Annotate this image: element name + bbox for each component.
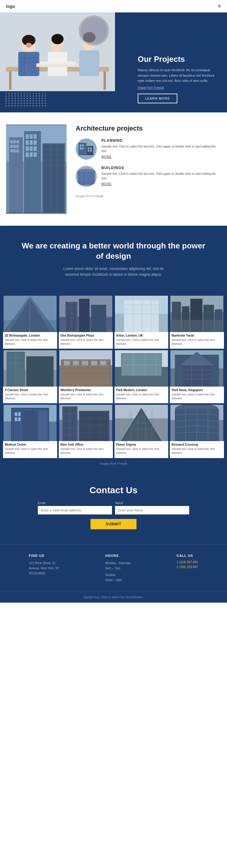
bottom-bar: Sample text. Click to select the Text El… [0,592,227,602]
svg-rect-35 [13,149,16,152]
project-name-4: 4 Cannon Street [5,389,55,392]
project-image-7 [170,350,224,386]
project-item-2: Arbor, London, UK Sample text. Click to … [115,296,169,349]
menu-button[interactable]: ≡ [218,3,221,9]
svg-rect-68 [88,148,89,149]
find-us-title: FIND US [29,554,60,557]
svg-rect-3 [9,71,11,90]
project-label-5: Westferry Printworks Sample text. Click … [59,386,113,403]
planning-more[interactable]: MORE [101,155,221,158]
hours-column: HOURS Monday - Saturday 9am – 7pm Sunday… [105,554,131,583]
name-field-wrapper: Name [115,501,189,515]
project-image-11 [170,405,224,441]
svg-rect-134 [73,361,79,365]
submit-button[interactable]: SUBMIT [91,519,136,529]
svg-rect-65 [82,148,84,149]
hero-content: Our Projects Massa ultrices mi quis hend… [130,47,227,113]
find-us-column: FIND US 121 Rock Street, 21 Avenue, New … [29,554,60,583]
svg-rect-136 [91,361,97,365]
project-item-4: 4 Cannon Street Sample text. Click to se… [3,350,57,403]
architecture-title: Architecture projects [76,125,221,132]
project-image-8 [3,405,57,441]
planning-title: PLANNING [101,138,221,143]
svg-rect-70 [88,150,89,152]
svg-rect-167 [18,412,21,416]
hours-sunday: Sunday [105,572,131,578]
phone-1[interactable]: 1 (234) 567-891 [176,560,198,564]
project-desc-4: Sample text. Click to select the Text El… [5,393,55,400]
svg-rect-43 [30,140,33,145]
project-label-9: New York Office Sample text. Click to se… [59,441,113,458]
email-input[interactable] [38,506,112,515]
buildings-item: BUILDINGS Sample text. Click to select t… [76,166,221,187]
project-image-4 [3,350,57,386]
project-desc-7: Sample text. Click to select the Text El… [172,393,222,400]
svg-rect-62 [80,145,82,146]
buildings-title: BUILDINGS [101,166,221,170]
svg-rect-63 [82,145,84,146]
project-desc-0: Sample text. Click to select the Text El… [5,338,55,346]
project-item-8: Medical Center Sample text. Click to sel… [3,405,57,458]
project-name-7: Park Nova, Singapore [172,389,222,392]
project-image-0 [3,296,57,332]
image-credit[interactable]: Image from Freepik [138,86,220,89]
contact-form: Email Name SUBMIT [38,501,189,529]
learn-more-button[interactable]: LEARN MORE [138,94,177,103]
project-image-2 [115,296,169,332]
project-name-6: Park Modern, London [116,389,167,392]
project-desc-2: Sample text. Click to select the Text El… [116,338,167,346]
hours-sunday-hours: 10am – 6pm [105,578,131,583]
project-item-11: Broward Crossing Sample text. Click to s… [170,405,224,458]
svg-rect-165 [38,411,47,440]
name-input[interactable] [115,506,189,515]
buildings-more[interactable]: MORE [101,182,221,186]
hero-section: // dots rendered below via JS Our Projec… [0,12,227,113]
svg-rect-120 [26,356,54,386]
phone-2[interactable]: 2 (345) 333-897 [176,565,198,569]
svg-rect-49 [30,152,33,157]
svg-rect-32 [13,145,16,148]
svg-rect-153 [183,365,211,386]
svg-rect-93 [79,299,90,332]
svg-rect-7 [19,53,39,76]
projects-row-1: 22 Bishopsgate, London Sample text. Clic… [3,296,224,349]
hero-title: Our Projects [138,55,220,64]
footer: FIND US 121 Rock Street, 21 Avenue, New … [0,545,227,592]
call-us-column: CALL US 1 (234) 567-891 2 (345) 333-897 [176,554,198,583]
planning-image [76,138,97,160]
project-name-8: Medical Center [5,443,55,446]
hours-title: HOURS [105,554,131,557]
project-label-7: Park Nova, Singapore Sample text. Click … [170,386,224,403]
planning-text: PLANNING Sample text. Click to select th… [101,138,221,160]
project-name-0: 22 Bishopsgate, London [5,334,55,337]
design-description: Lorem ipsum dolor sit amet, consectetur … [59,266,168,278]
architecture-section: Architecture projects [0,113,227,226]
svg-rect-18 [79,50,99,76]
project-image-6 [115,350,169,386]
project-item-3: Bankside Yards Sample text. Click to sel… [170,296,224,349]
project-item-1: One Bishopsgate Plaza Sample text. Click… [59,296,113,349]
project-name-1: One Bishopsgate Plaza [61,334,111,337]
svg-rect-135 [82,361,88,365]
hours-weekday-hours: 9am – 7pm [105,566,131,571]
svg-rect-30 [17,140,19,143]
svg-rect-133 [64,361,70,365]
planning-item: PLANNING Sample text. Click to select th… [76,138,221,160]
project-name-9: New York Office [61,443,111,446]
svg-rect-173 [79,411,109,441]
project-label-1: One Bishopsgate Plaza Sample text. Click… [59,332,113,349]
svg-rect-48 [26,152,29,157]
projects-row-2: 4 Cannon Street Sample text. Click to se… [3,350,224,403]
svg-rect-42 [26,140,29,145]
buildings-description: Sample text. Click to select the text bo… [101,172,221,181]
svg-rect-71 [90,150,92,152]
email-field-wrapper: Email [38,501,112,515]
project-desc-11: Sample text. Click to select the Text El… [172,447,222,455]
call-us-title: CALL US [176,554,198,557]
svg-rect-31 [10,145,13,148]
project-name-3: Bankside Yards [172,334,222,337]
arch-image-credit: Images from Freepik [76,194,103,198]
project-label-6: Park Modern, London Sample text. Click t… [115,386,169,403]
project-image-9 [59,405,113,441]
bottom-text: Sample text. Click to select the Text El… [6,596,221,599]
